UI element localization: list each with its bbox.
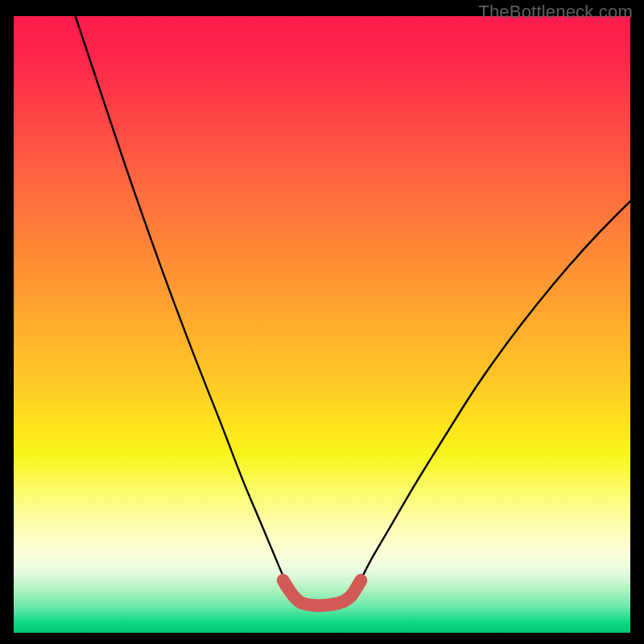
series-red-flat-thick: [283, 580, 361, 605]
plot-area: [14, 16, 630, 633]
chart-frame: TheBottleneck.com: [0, 0, 644, 644]
chart-svg: [14, 16, 630, 633]
series-black-v-curve: [76, 16, 630, 601]
watermark-text: TheBottleneck.com: [478, 2, 633, 23]
